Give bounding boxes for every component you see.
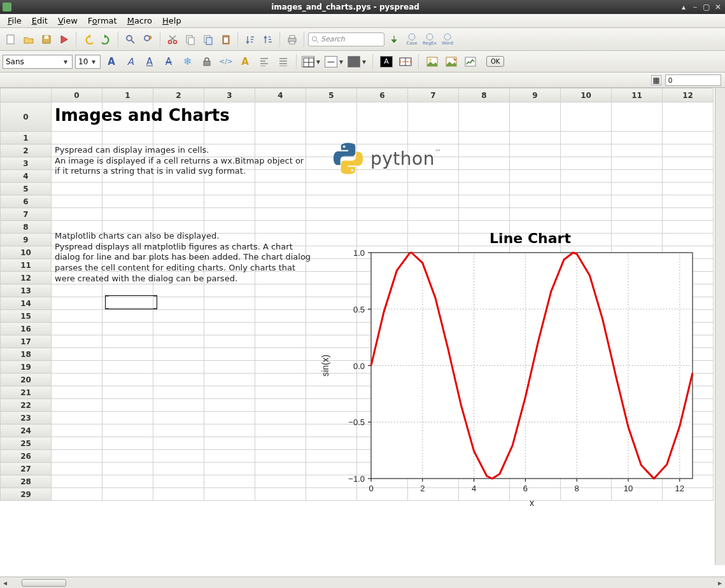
cell[interactable] xyxy=(153,297,204,310)
cell[interactable] xyxy=(204,208,255,221)
cut-icon[interactable] xyxy=(164,31,181,48)
col-header[interactable]: 1 xyxy=(102,88,153,102)
freeze-icon[interactable]: ❄ xyxy=(179,53,196,70)
row-header[interactable]: 16 xyxy=(1,323,52,335)
merge-cells-icon[interactable] xyxy=(397,53,414,70)
cell[interactable] xyxy=(52,323,102,335)
text-color-icon[interactable]: A xyxy=(237,53,253,70)
cell[interactable] xyxy=(153,208,204,221)
row-header[interactable]: 1 xyxy=(1,132,52,144)
cell[interactable] xyxy=(459,157,510,170)
cell[interactable] xyxy=(612,157,663,170)
cell[interactable] xyxy=(510,102,561,132)
sort-asc-icon[interactable] xyxy=(242,31,258,48)
cell[interactable] xyxy=(663,195,714,208)
cell[interactable] xyxy=(204,488,255,501)
search-word-toggle[interactable]: Word xyxy=(439,31,456,48)
cell[interactable] xyxy=(102,348,153,361)
row-header[interactable]: 14 xyxy=(1,297,52,310)
cell[interactable] xyxy=(153,361,204,374)
insert-image-icon[interactable] xyxy=(424,53,440,70)
cell[interactable] xyxy=(459,195,510,208)
col-header[interactable]: 10 xyxy=(561,88,612,102)
table-select-icon[interactable]: ▦ xyxy=(651,75,661,85)
row-header[interactable]: 13 xyxy=(1,284,52,297)
col-header[interactable]: 3 xyxy=(204,88,255,102)
new-icon[interactable] xyxy=(3,31,19,48)
cell[interactable] xyxy=(255,323,306,335)
cell[interactable] xyxy=(510,195,561,208)
save-icon[interactable] xyxy=(38,31,55,48)
cell[interactable] xyxy=(102,488,153,501)
cell[interactable] xyxy=(255,361,306,374)
cell[interactable] xyxy=(52,297,102,310)
cell[interactable] xyxy=(408,208,459,221)
cell[interactable] xyxy=(102,374,153,386)
row-header[interactable]: 28 xyxy=(1,475,52,488)
row-header[interactable]: 24 xyxy=(1,424,52,437)
row-header[interactable]: 21 xyxy=(1,386,52,399)
cell[interactable] xyxy=(255,374,306,386)
cell[interactable] xyxy=(204,132,255,144)
cell[interactable] xyxy=(102,361,153,374)
strike-icon[interactable]: A xyxy=(160,53,177,70)
cell[interactable] xyxy=(204,284,255,297)
cell[interactable] xyxy=(102,412,153,424)
cell[interactable] xyxy=(612,195,663,208)
cell[interactable] xyxy=(204,399,255,412)
cell[interactable] xyxy=(102,437,153,450)
cell[interactable] xyxy=(153,335,204,348)
lock-icon[interactable] xyxy=(199,53,215,70)
cell[interactable] xyxy=(663,208,714,221)
cell[interactable] xyxy=(153,195,204,208)
selected-cell[interactable] xyxy=(105,295,157,309)
cell[interactable] xyxy=(561,102,612,132)
cell[interactable] xyxy=(204,335,255,348)
cell[interactable] xyxy=(102,208,153,221)
cell[interactable] xyxy=(408,102,459,132)
open-icon[interactable] xyxy=(20,31,37,48)
row-header[interactable]: 26 xyxy=(1,450,52,463)
ok-button[interactable]: OK xyxy=(486,56,504,67)
undo-icon[interactable] xyxy=(80,31,97,48)
row-header[interactable]: 0 xyxy=(1,102,52,132)
cell[interactable] xyxy=(663,183,714,195)
row-header[interactable]: 17 xyxy=(1,335,52,348)
cell[interactable] xyxy=(153,348,204,361)
cell[interactable] xyxy=(153,386,204,399)
cell[interactable] xyxy=(52,488,102,501)
align-left-icon[interactable] xyxy=(256,53,272,70)
bg-color-icon[interactable]: A xyxy=(378,53,395,70)
menu-help[interactable]: Help xyxy=(157,15,187,27)
cell[interactable] xyxy=(153,488,204,501)
font-family-select[interactable]: Sans▾ xyxy=(3,55,73,69)
row-header[interactable]: 9 xyxy=(1,234,52,246)
markup-icon[interactable]: </> xyxy=(218,53,234,70)
row-header[interactable]: 25 xyxy=(1,437,52,450)
replace-icon[interactable] xyxy=(140,31,157,48)
cell[interactable] xyxy=(102,335,153,348)
line-width-select[interactable]: —▾ xyxy=(325,56,345,67)
paste-icon[interactable] xyxy=(218,31,234,48)
cell[interactable] xyxy=(204,424,255,437)
cell[interactable] xyxy=(52,310,102,323)
row-header[interactable]: 29 xyxy=(1,488,52,501)
col-header[interactable]: 8 xyxy=(459,88,510,102)
cell[interactable] xyxy=(204,361,255,374)
cell[interactable] xyxy=(561,208,612,221)
row-header[interactable]: 3 xyxy=(1,157,52,170)
cell[interactable] xyxy=(612,132,663,144)
cell[interactable] xyxy=(255,310,306,323)
cell[interactable] xyxy=(561,183,612,195)
cell[interactable] xyxy=(102,424,153,437)
cell[interactable] xyxy=(52,424,102,437)
cell[interactable] xyxy=(663,132,714,144)
horizontal-scrollbar[interactable]: ◂ ▸ xyxy=(0,577,725,588)
export-icon[interactable] xyxy=(56,31,73,48)
cell[interactable] xyxy=(255,102,306,132)
cell[interactable] xyxy=(52,399,102,412)
search-regex-toggle[interactable]: RegEx xyxy=(421,31,438,48)
cell[interactable] xyxy=(153,450,204,463)
cell[interactable] xyxy=(153,412,204,424)
cell[interactable] xyxy=(52,450,102,463)
